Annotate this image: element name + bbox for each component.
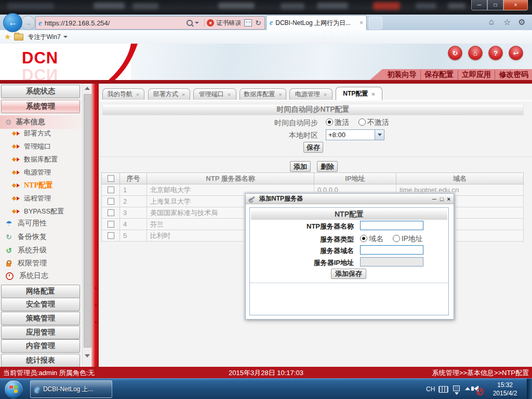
sidebar-item-policy-mgmt[interactable]: 策略管理 bbox=[1, 312, 80, 325]
timezone-select[interactable]: +8:00 bbox=[326, 129, 384, 140]
diamond-icon bbox=[12, 209, 16, 214]
sidebar-item-system-upgrade[interactable]: ↺ 系统升级 bbox=[0, 244, 82, 257]
row-checkbox[interactable] bbox=[108, 221, 114, 228]
sidebar-item-ntp-config[interactable]: NTP配置 bbox=[0, 179, 82, 192]
home-icon[interactable]: ⌂ bbox=[489, 17, 494, 26]
add-favorite-icon[interactable]: ★ bbox=[4, 32, 11, 42]
folder-icon[interactable] bbox=[14, 34, 23, 41]
keyboard-icon[interactable] bbox=[438, 386, 448, 393]
radio-ip[interactable] bbox=[393, 235, 400, 242]
show-hidden-icons-icon[interactable] bbox=[465, 387, 470, 390]
sidebar-item-system-log[interactable]: 系统日志 bbox=[0, 270, 82, 282]
setup-wizard-button[interactable]: 初装向导 bbox=[383, 70, 420, 79]
add-button[interactable]: 添加 bbox=[290, 161, 311, 172]
apply-now-button[interactable]: 立即应用 bbox=[458, 70, 495, 79]
tab-deploy-mode[interactable]: 部署方式× bbox=[148, 88, 190, 100]
tab-my-nav[interactable]: 我的导航× bbox=[102, 88, 144, 100]
language-indicator[interactable]: CH bbox=[426, 385, 435, 393]
radio-domain[interactable] bbox=[360, 235, 367, 242]
tab-close-icon[interactable]: × bbox=[324, 91, 327, 98]
sidebar-item-network-config[interactable]: 网络配置 bbox=[1, 285, 80, 298]
tab-close-icon[interactable]: × bbox=[278, 91, 282, 98]
sidebar-item-system-mgmt[interactable]: 系统管理 bbox=[1, 100, 80, 113]
back-button[interactable]: ← bbox=[3, 13, 22, 32]
chevron-down-icon[interactable] bbox=[63, 36, 68, 38]
sidebar-item-system-status[interactable]: 系统状态 bbox=[1, 85, 80, 98]
settings-gear-icon[interactable]: ⚙ bbox=[518, 17, 525, 27]
sidebar-item-security-mgmt[interactable]: 安全管理 bbox=[1, 298, 80, 311]
logout-circle-icon[interactable]: ↩ bbox=[509, 46, 523, 60]
sidebar-item-high-availability[interactable]: ☂ 高可用性 bbox=[0, 217, 82, 230]
tab-database-config[interactable]: 数据库配置× bbox=[240, 88, 286, 100]
certificate-error-icon[interactable]: × bbox=[207, 19, 214, 26]
tab-close-icon[interactable]: × bbox=[371, 91, 375, 97]
radio-enable[interactable] bbox=[326, 118, 333, 126]
sidebar-item-app-mgmt[interactable]: 应用管理 bbox=[1, 326, 80, 339]
dialog-close-icon[interactable]: × bbox=[447, 196, 450, 202]
tab-close-icon[interactable]: × bbox=[136, 91, 139, 98]
scroll-down-icon[interactable] bbox=[85, 354, 90, 357]
save-button[interactable]: 保存 bbox=[303, 142, 323, 153]
row-checkbox[interactable] bbox=[108, 209, 114, 216]
row-checkbox[interactable] bbox=[108, 187, 114, 193]
tray-window-icon[interactable] bbox=[453, 385, 460, 391]
browser-tab[interactable]: e DCBI-NetLog 上网行为日... × bbox=[266, 15, 367, 30]
favorites-star-icon[interactable]: ☆ bbox=[503, 17, 511, 27]
tab-mgmt-port[interactable]: 管理端口× bbox=[193, 88, 236, 100]
tray-chevron-down-icon[interactable] bbox=[455, 392, 459, 395]
tab-ntp-config[interactable]: NTP配置× bbox=[336, 87, 382, 100]
show-desktop-button[interactable] bbox=[527, 379, 532, 399]
scroll-up-icon[interactable] bbox=[85, 87, 90, 90]
minimize-button[interactable]: ─ bbox=[471, 0, 487, 10]
add-save-button[interactable]: 添加保存 bbox=[331, 269, 366, 279]
close-button[interactable]: × bbox=[503, 0, 528, 10]
start-button[interactable] bbox=[4, 380, 23, 399]
sidebar-item-permission-mgmt[interactable]: 权限管理 bbox=[0, 257, 82, 270]
select-all-checkbox[interactable] bbox=[108, 175, 114, 182]
sidebar-item-label: 电源管理 bbox=[24, 168, 51, 177]
url-text[interactable]: https://192.168.5.254/ bbox=[45, 19, 110, 27]
row-checkbox[interactable] bbox=[108, 198, 114, 205]
sidebar-item-bypass-config[interactable]: BYPASS配置 bbox=[0, 205, 82, 218]
tab-power-mgmt[interactable]: 电源管理× bbox=[289, 88, 332, 100]
dialog-titlebar[interactable]: 添加NTP服务器 ─ □ × bbox=[246, 194, 454, 204]
sidebar-scrollbar[interactable] bbox=[82, 84, 91, 367]
sidebar-item-power-mgmt[interactable]: 电源管理 bbox=[0, 166, 82, 179]
maximize-button[interactable]: □ bbox=[487, 0, 503, 10]
sync-circle-icon[interactable]: ↻ bbox=[448, 46, 462, 60]
sidebar-item-database-config[interactable]: 数据库配置 bbox=[0, 153, 82, 166]
sidebar-item-content-mgmt[interactable]: 内容管理 bbox=[1, 339, 80, 353]
sidebar-item-remote-mgmt[interactable]: 远程管理 bbox=[0, 192, 82, 205]
delete-button[interactable]: 删除 bbox=[317, 161, 338, 172]
select-dropdown-button[interactable] bbox=[375, 130, 384, 140]
refresh-icon[interactable]: ↻ bbox=[255, 19, 261, 27]
server-name-input[interactable] bbox=[360, 221, 423, 230]
sidebar-item-backup-restore[interactable]: ↻ 备份恢复 bbox=[0, 231, 82, 243]
new-tab-button[interactable] bbox=[369, 17, 382, 29]
scrollbar-thumb[interactable] bbox=[84, 94, 91, 348]
favorites-folder-label[interactable]: 专注于Win7 bbox=[28, 33, 60, 42]
server-domain-input[interactable] bbox=[360, 245, 423, 255]
tab-close-icon[interactable]: × bbox=[228, 91, 231, 98]
row-checkbox[interactable] bbox=[108, 232, 114, 239]
search-icon[interactable] bbox=[187, 20, 193, 26]
forward-button[interactable]: → bbox=[21, 16, 35, 30]
taskbar-clock[interactable]: 15:32 2015/4/2 bbox=[487, 381, 523, 397]
change-password-button[interactable]: 修改密码 bbox=[495, 70, 532, 79]
search-dropdown-icon[interactable] bbox=[195, 22, 199, 24]
tab-close-icon[interactable]: × bbox=[182, 91, 185, 98]
help-circle-icon[interactable]: ? bbox=[488, 46, 503, 60]
save-config-button[interactable]: 保存配置 bbox=[420, 70, 458, 79]
home-circle-icon[interactable]: ⌂ bbox=[468, 46, 483, 60]
address-bar[interactable]: e https://192.168.5.254/ × 证书错误 ↻ bbox=[35, 16, 265, 30]
taskbar-ie-button[interactable]: e DCBI-NetLog 上... bbox=[30, 380, 112, 398]
compatibility-view-icon[interactable] bbox=[244, 19, 252, 26]
dialog-minimize-icon[interactable]: ─ bbox=[432, 196, 436, 202]
dialog-maximize-icon[interactable]: □ bbox=[440, 196, 444, 202]
sidebar-item-statistics-report[interactable]: 统计报表 bbox=[1, 354, 80, 367]
certificate-error-label[interactable]: 证书错误 bbox=[216, 19, 241, 28]
sidebar-item-mgmt-port[interactable]: 管理端口 bbox=[0, 140, 82, 153]
radio-disable[interactable] bbox=[358, 118, 366, 126]
sidebar-item-deploy-mode[interactable]: 部署方式 bbox=[0, 127, 82, 140]
tab-close-icon[interactable]: × bbox=[360, 19, 363, 26]
